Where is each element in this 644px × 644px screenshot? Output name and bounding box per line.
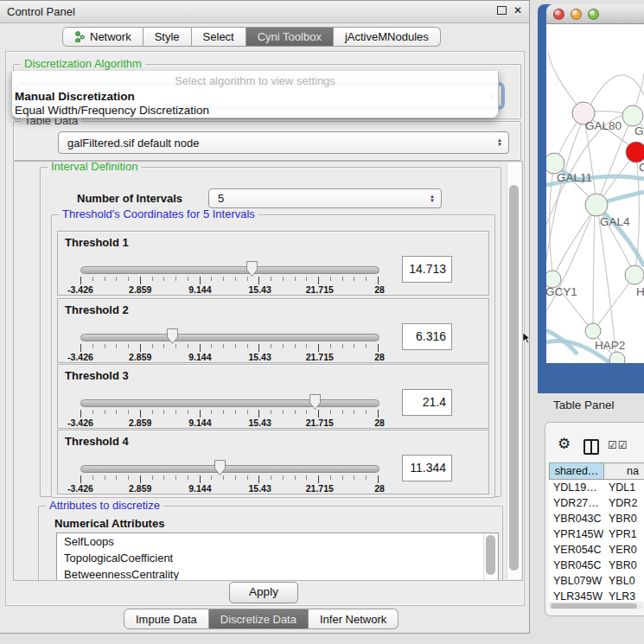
traffic-light-close-button[interactable] [553, 9, 564, 20]
tab-infer-network[interactable]: Infer Network [309, 609, 399, 629]
tick-label: 2.859 [129, 483, 151, 494]
slider-track[interactable] [80, 465, 379, 473]
network-edge[interactable] [553, 207, 596, 278]
cell-name: YBR0 [603, 511, 644, 526]
attribute-list-item[interactable]: BetweennessCentrality [57, 566, 498, 581]
table-row[interactable]: YDR27…YDR2 [549, 495, 644, 511]
slider-ticks [80, 277, 379, 284]
table-hscrollbar-thumb[interactable] [551, 603, 637, 609]
attribute-list-item[interactable]: SelfLoops [57, 533, 498, 550]
traffic-light-minimize-button[interactable] [571, 9, 582, 20]
float-window-icon[interactable] [497, 6, 507, 15]
tab-impute-data[interactable]: Impute Data [124, 609, 209, 629]
close-icon[interactable]: ✕ [513, 4, 522, 16]
dropdown-option-manual-discretization[interactable]: Manual Discretization [15, 90, 135, 103]
attributes-list-scrollbar[interactable] [483, 533, 498, 581]
column-header-shared-name[interactable]: shared… [550, 463, 604, 479]
tab-jactivemnodules[interactable]: jActiveMNodules [334, 27, 441, 47]
table-toolbar: ⚙ ☑☑ [545, 423, 644, 462]
cyni-toolbox-panel: Discretization Algorithm ▲▼ Select algor… [5, 51, 525, 606]
tick-label: 21.715 [306, 352, 334, 362]
number-of-intervals-combobox[interactable]: 5 ▲▼ [208, 188, 442, 208]
table-row[interactable]: YBL079WYBL0 [549, 573, 644, 589]
tab-impute-data-label: Impute Data [136, 613, 197, 626]
threshold-value-field[interactable]: 21.4 [402, 389, 452, 416]
network-edge[interactable] [597, 207, 616, 359]
cell-shared-name: YBR045C [549, 558, 603, 573]
tab-cyni-toolbox-label: Cyni Toolbox [258, 30, 322, 43]
tick-label: 9.144 [188, 418, 211, 428]
threshold-panel-1: Threshold 1 -3.4262.8599.14415.4321.7152… [57, 231, 489, 296]
network-edge[interactable] [595, 277, 634, 329]
cell-shared-name: YPR145W [549, 526, 603, 542]
tab-discretize-data[interactable]: Discretize Data [209, 609, 309, 629]
tick-label: 15.43 [248, 483, 271, 494]
stepper-arrows-icon: ▲▼ [430, 194, 435, 203]
network-node[interactable] [626, 142, 644, 163]
network-node[interactable] [625, 265, 644, 284]
tick-label: 15.43 [248, 418, 271, 428]
slider-track[interactable] [80, 266, 379, 274]
select-columns-checkboxes-icon[interactable]: ☑☑ [608, 439, 628, 451]
table-horizontal-scrollbar[interactable] [549, 603, 642, 609]
apply-button[interactable]: Apply [229, 582, 298, 603]
dropdown-option-equal-width-frequency[interactable]: Equal Width/Frequency Discretization [15, 104, 209, 117]
settings-scrollbar[interactable] [507, 163, 521, 579]
split-columns-icon[interactable] [583, 439, 599, 455]
slider-thumb-icon[interactable] [166, 328, 180, 345]
numerical-attributes-list[interactable]: SelfLoopsTopologicalCoefficientBetweenne… [56, 532, 499, 581]
tick-label: 15.43 [248, 284, 271, 295]
attribute-list-item[interactable]: TopologicalCoefficient [57, 550, 498, 566]
interval-definition-group: Interval Definition Number of Intervals … [40, 167, 501, 497]
control-panel-titlebar: Control Panel ✕ [0, 1, 529, 23]
slider-thumb-icon[interactable] [214, 459, 227, 476]
network-node[interactable] [622, 105, 643, 126]
network-node[interactable] [609, 352, 625, 363]
traffic-light-zoom-button[interactable] [588, 9, 599, 20]
settings-scroll-area: Interval Definition Number of Intervals … [13, 161, 523, 581]
table-row[interactable]: YPR145WYPR1 [549, 526, 644, 542]
table-row[interactable]: YBR043CYBR0 [549, 511, 644, 526]
table-row[interactable]: YLR345WYLR3 [549, 589, 644, 601]
attributes-scrollbar-thumb[interactable] [486, 535, 495, 575]
threshold-value-field[interactable]: 6.316 [402, 323, 452, 350]
cell-name: YBR0 [603, 558, 644, 573]
cell-shared-name: YER054C [549, 542, 603, 558]
tab-discretize-data-label: Discretize Data [220, 613, 296, 626]
tick-label: 28 [374, 418, 385, 428]
threshold-value-field[interactable]: 11.344 [402, 455, 452, 481]
table-row[interactable]: YDL19…YDL1 [549, 480, 644, 495]
tab-select[interactable]: Select [192, 27, 246, 47]
table-row[interactable]: YER054CYER0 [549, 542, 644, 558]
table-row[interactable]: YBR045CYBR0 [549, 558, 644, 573]
network-edge[interactable] [593, 207, 595, 329]
table-panel: ⚙ ☑☑ shared… na YDL19…YDL1YDR27…YDR2YBR0… [545, 422, 644, 616]
slider-thumb-icon[interactable] [245, 260, 259, 277]
network-canvas[interactable]: GAL80GACGAL11GAL4GCY1HHAP2 [546, 24, 644, 363]
algorithm-dropdown-hint: Select algorithm to view settings [12, 74, 498, 87]
column-header-name[interactable]: na [604, 463, 644, 479]
tab-cyni-toolbox[interactable]: Cyni Toolbox [246, 27, 334, 47]
tick-label: 2.859 [129, 352, 151, 362]
slider-tick-labels: -3.4262.8599.14415.4321.71528 [80, 352, 379, 362]
attributes-group-title: Attributes to discretize [46, 500, 163, 512]
network-window-titlebar [546, 4, 644, 24]
interval-definition-group-title: Interval Definition [48, 161, 141, 173]
network-node[interactable] [585, 323, 601, 339]
slider-thumb-icon[interactable] [309, 393, 322, 411]
network-node[interactable] [585, 194, 608, 216]
threshold-panel-3: Threshold 3 -3.4262.8599.14415.4321.7152… [57, 364, 489, 429]
thresholds-group-title: Threshold's Coordinates for 5 Intervals [59, 208, 258, 220]
cell-shared-name: YDR27… [549, 495, 603, 511]
settings-scrollbar-thumb[interactable] [509, 185, 519, 571]
tab-style[interactable]: Style [143, 27, 192, 47]
slider-track[interactable] [80, 334, 379, 341]
tick-label: -3.426 [67, 418, 93, 428]
slider-track[interactable] [80, 399, 379, 407]
number-of-intervals-label: Number of Intervals [77, 192, 182, 205]
tab-network[interactable]: Network [62, 27, 143, 47]
table-data-combobox[interactable]: galFiltered.sif default node ▲▼ [58, 131, 509, 154]
gear-icon[interactable]: ⚙ [558, 437, 571, 452]
threshold-value-field[interactable]: 14.713 [402, 256, 452, 283]
slider-tick-labels: -3.4262.8599.14415.4321.71528 [80, 418, 379, 428]
